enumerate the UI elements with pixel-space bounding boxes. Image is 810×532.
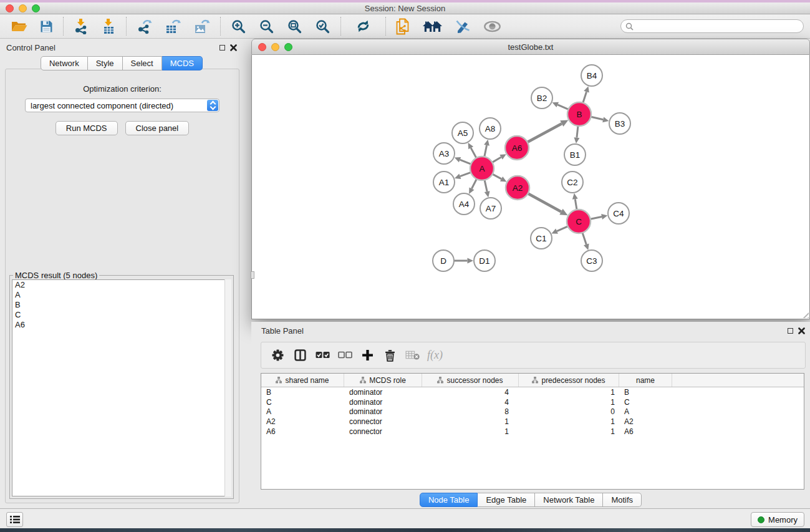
export-network-button[interactable] bbox=[130, 16, 159, 37]
zoom-selected-button[interactable] bbox=[309, 16, 337, 37]
search-input[interactable] bbox=[636, 21, 803, 32]
table-row[interactable]: A2connector11A2 bbox=[261, 417, 804, 427]
node-table[interactable]: shared nameMCDS rolesuccessor nodesprede… bbox=[261, 373, 804, 490]
graph-node-label: C2 bbox=[567, 178, 577, 187]
tab-motifs[interactable]: Motifs bbox=[603, 493, 642, 507]
import-table-button[interactable] bbox=[95, 16, 122, 37]
tab-edge-table[interactable]: Edge Table bbox=[478, 493, 535, 507]
graph-edge-A2-C[interactable] bbox=[528, 193, 561, 211]
graph-edge-C-C3[interactable] bbox=[582, 233, 586, 244]
export-table-button[interactable] bbox=[159, 16, 188, 37]
tab-mcds[interactable]: MCDS bbox=[162, 56, 203, 70]
graph-edge-C-C2[interactable] bbox=[575, 199, 577, 210]
network-window-titlebar[interactable]: testGlobe.txt bbox=[251, 39, 810, 55]
zoom-out-button[interactable] bbox=[253, 16, 281, 37]
graph-edge-B-B3[interactable] bbox=[591, 117, 604, 120]
result-item[interactable]: A bbox=[12, 290, 231, 300]
refresh-network-button[interactable] bbox=[350, 16, 377, 37]
graph-edge-A-A6[interactable] bbox=[492, 157, 501, 162]
graph-edge-A-A5[interactable] bbox=[471, 148, 476, 158]
save-session-button[interactable] bbox=[34, 16, 59, 37]
graph-edge-A-A1[interactable] bbox=[460, 172, 471, 176]
column-header-predecessor-nodes[interactable]: predecessor nodes bbox=[519, 374, 619, 387]
graph-node-label: A3 bbox=[439, 149, 450, 158]
network-graph[interactable]: B4B2BB3A8A5A6A3B1AA1C2A2A4A7C4CC1C3DD1 bbox=[252, 55, 809, 318]
close-panel-button[interactable]: Close panel bbox=[125, 121, 190, 135]
delete-column-button[interactable] bbox=[378, 344, 401, 367]
deselect-all-button[interactable] bbox=[334, 344, 356, 367]
window-edge-handle[interactable] bbox=[251, 271, 254, 279]
graph-edge-A-A8[interactable] bbox=[485, 145, 487, 157]
result-item[interactable]: B bbox=[12, 300, 231, 310]
hide-graphics-details-button[interactable] bbox=[449, 16, 477, 37]
zoom-in-button[interactable] bbox=[224, 16, 253, 37]
import-table-icon bbox=[101, 19, 116, 34]
graph-edge-A-A4[interactable] bbox=[471, 179, 476, 189]
result-item[interactable]: C bbox=[12, 310, 231, 320]
import-network-icon bbox=[74, 19, 89, 34]
column-header-name[interactable]: name bbox=[619, 374, 672, 387]
table-cell: dominator bbox=[344, 387, 422, 397]
column-header-MCDS-role[interactable]: MCDS role bbox=[344, 374, 422, 387]
close-table-panel-icon[interactable] bbox=[798, 327, 805, 334]
column-header-shared-name[interactable]: shared name bbox=[261, 374, 344, 387]
close-panel-icon[interactable] bbox=[230, 44, 237, 51]
export-image-button[interactable] bbox=[188, 16, 216, 37]
import-network-button[interactable] bbox=[67, 16, 95, 37]
graph-edge-A-A2[interactable] bbox=[493, 174, 501, 179]
task-history-button[interactable] bbox=[6, 512, 23, 527]
optimization-criterion-dropdown[interactable]: largest connected component (directed) bbox=[25, 99, 219, 112]
home-button[interactable] bbox=[417, 16, 449, 37]
graph-edge-A-A7[interactable] bbox=[485, 180, 487, 192]
add-column-button[interactable] bbox=[356, 344, 378, 367]
edge-arrowhead bbox=[455, 173, 461, 178]
toggle-column-button[interactable] bbox=[289, 344, 311, 367]
tab-network[interactable]: Network bbox=[41, 56, 88, 70]
edge-arrowhead bbox=[574, 137, 579, 143]
result-list-scrollbar[interactable] bbox=[224, 279, 231, 496]
graph-edge-B-B1[interactable] bbox=[577, 126, 578, 138]
graph-edge-C-C1[interactable] bbox=[557, 226, 568, 231]
float-table-panel-icon[interactable] bbox=[788, 328, 793, 334]
column-header-successor-nodes[interactable]: successor nodes bbox=[422, 374, 519, 387]
mcds-result-list[interactable]: A2ABCA6 bbox=[12, 279, 231, 496]
dropdown-selected-value: largest connected component (directed) bbox=[31, 101, 173, 110]
plus-icon bbox=[362, 349, 374, 361]
tab-select[interactable]: Select bbox=[123, 56, 162, 70]
select-all-button[interactable] bbox=[311, 344, 334, 367]
status-bar: Memory bbox=[0, 508, 810, 528]
graph-edge-C-C4[interactable] bbox=[591, 216, 602, 219]
open-network-file-button[interactable] bbox=[390, 16, 417, 37]
optimization-criterion-label: Optimization criterion: bbox=[6, 84, 239, 94]
table-settings-button[interactable] bbox=[266, 344, 289, 367]
edge-arrowhead bbox=[601, 214, 607, 220]
result-item[interactable]: A2 bbox=[12, 280, 231, 290]
network-canvas[interactable]: B4B2BB3A8A5A6A3B1AA1C2A2A4A7C4CC1C3DD1 bbox=[251, 55, 810, 319]
tab-network-table[interactable]: Network Table bbox=[535, 493, 603, 507]
result-item[interactable]: A6 bbox=[12, 320, 231, 330]
graph-node-label: B3 bbox=[615, 119, 625, 128]
table-row[interactable]: Adominator80A bbox=[261, 407, 804, 417]
run-mcds-button[interactable]: Run MCDS bbox=[55, 121, 118, 135]
graph-edge-A6-B[interactable] bbox=[528, 123, 562, 142]
open-session-button[interactable] bbox=[5, 16, 34, 37]
tab-style[interactable]: Style bbox=[88, 56, 123, 70]
search-box[interactable] bbox=[620, 19, 804, 33]
float-panel-icon[interactable] bbox=[219, 45, 225, 51]
table-cell: C bbox=[261, 397, 344, 407]
table-cell: 8 bbox=[422, 407, 519, 417]
edge-arrowhead bbox=[485, 191, 490, 197]
toggle-visibility-button[interactable] bbox=[477, 16, 508, 37]
window-resize-grip[interactable] bbox=[801, 310, 809, 318]
table-row[interactable]: Bdominator41B bbox=[261, 387, 804, 397]
column-header-label: predecessor nodes bbox=[541, 376, 605, 385]
graph-edge-A-A3[interactable] bbox=[460, 160, 471, 164]
graph-node-label: A5 bbox=[458, 128, 468, 138]
memory-button[interactable]: Memory bbox=[751, 512, 804, 527]
graph-edge-B-B2[interactable] bbox=[557, 105, 568, 110]
table-row[interactable]: Cdominator41C bbox=[261, 397, 804, 407]
tab-node-table[interactable]: Node Table bbox=[420, 493, 478, 507]
zoom-fit-button[interactable] bbox=[281, 16, 309, 37]
table-row[interactable]: A6connector11A6 bbox=[261, 427, 804, 437]
graph-edge-B-B4[interactable] bbox=[583, 92, 587, 103]
